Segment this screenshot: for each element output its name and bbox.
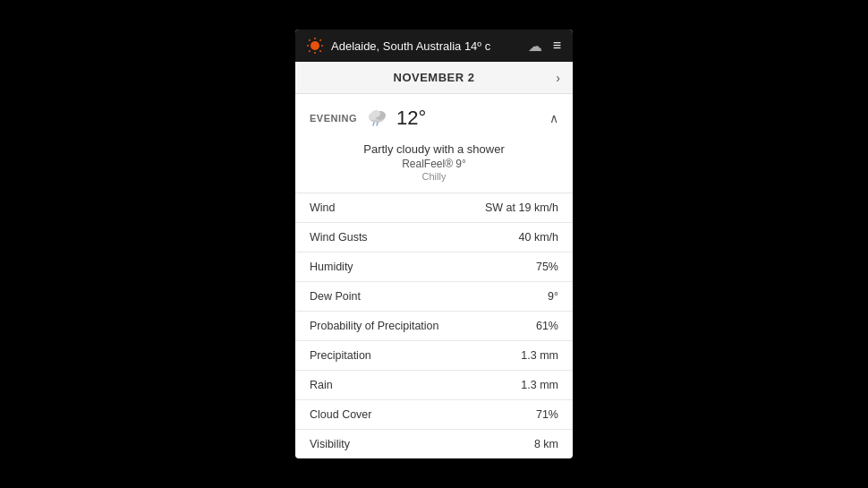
svg-line-14 (377, 123, 378, 125)
date-bar[interactable]: NOVEMBER 2 › (295, 62, 573, 94)
row-label: Probability of Precipitation (310, 320, 439, 332)
svg-line-6 (319, 50, 320, 51)
row-label: Cloud Cover (310, 408, 371, 421)
realfeel-text: RealFeel® 9° (310, 158, 558, 170)
evening-left: EVENING 12° (310, 105, 426, 132)
svg-point-12 (371, 110, 380, 117)
table-row: Cloud Cover71% (295, 400, 573, 430)
row-value: 9° (548, 290, 558, 303)
table-row: Humidity75% (295, 253, 573, 282)
row-label: Wind (310, 201, 335, 214)
row-label: Dew Point (310, 290, 361, 303)
svg-line-5 (309, 39, 310, 40)
table-row: Wind Gusts40 km/h (295, 223, 573, 253)
row-value: 61% (536, 320, 558, 332)
date-chevron-icon: › (556, 71, 560, 85)
row-label: Rain (310, 379, 333, 391)
row-label: Humidity (310, 261, 353, 273)
menu-icon[interactable]: ≡ (553, 38, 562, 54)
cloud-icon: ☁ (528, 38, 542, 55)
svg-line-7 (319, 39, 320, 40)
table-row: Dew Point9° (295, 282, 573, 312)
chill-text: Chilly (310, 171, 558, 182)
row-value: SW at 19 km/h (485, 201, 558, 214)
row-value: 71% (536, 408, 558, 421)
table-row: Visibility8 km (295, 430, 573, 458)
row-value: 1.3 mm (521, 379, 558, 391)
app-container: Adelaide, South Australia 14º c ☁ ≡ NOVE… (295, 30, 573, 458)
table-row: Rain1.3 mm (295, 371, 573, 400)
row-value: 40 km/h (519, 231, 558, 244)
table-row: Probability of Precipitation61% (295, 312, 573, 341)
date-label: NOVEMBER 2 (394, 71, 475, 84)
row-value: 8 km (534, 438, 558, 450)
evening-header[interactable]: EVENING 12° ∧ (295, 94, 573, 137)
header-title: Adelaide, South Australia 14º c (331, 39, 521, 53)
evening-label: EVENING (310, 113, 357, 124)
table-row: WindSW at 19 km/h (295, 193, 573, 223)
table-row: Precipitation1.3 mm (295, 341, 573, 371)
svg-line-13 (373, 123, 374, 125)
header: Adelaide, South Australia 14º c ☁ ≡ (295, 30, 573, 62)
row-value: 1.3 mm (521, 349, 558, 362)
collapse-icon[interactable]: ∧ (549, 111, 558, 125)
data-rows: WindSW at 19 km/hWind Gusts40 km/hHumidi… (295, 193, 573, 458)
sun-icon (306, 37, 324, 55)
weather-icon (364, 105, 389, 132)
row-label: Wind Gusts (310, 231, 368, 244)
row-label: Precipitation (310, 349, 371, 362)
svg-point-0 (311, 41, 319, 50)
evening-temperature: 12° (396, 107, 426, 130)
description-block: Partly cloudy with a shower RealFeel® 9°… (295, 137, 573, 193)
condition-text: Partly cloudy with a shower (310, 142, 558, 156)
svg-line-8 (309, 50, 310, 51)
row-label: Visibility (310, 438, 350, 450)
row-value: 75% (536, 261, 558, 273)
